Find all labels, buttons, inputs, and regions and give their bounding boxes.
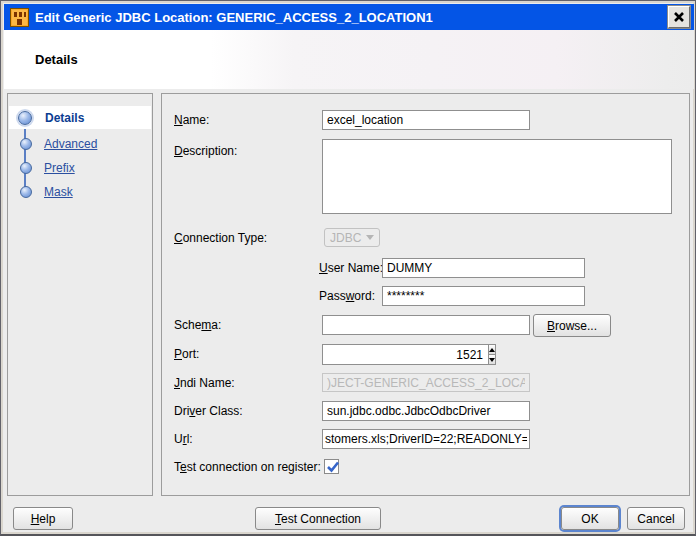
name-input[interactable] <box>322 110 530 130</box>
sidebar-nav: Details Advanced Prefix Mask <box>7 93 153 496</box>
sidebar-item-prefix[interactable]: Prefix <box>9 156 151 179</box>
user-name-input[interactable] <box>382 258 585 278</box>
sidebar-item-label: Details <box>45 111 84 125</box>
close-button[interactable] <box>668 6 690 28</box>
port-spinner <box>322 344 433 365</box>
cancel-button[interactable]: Cancel <box>627 507 685 530</box>
arrow-down-icon <box>489 358 495 362</box>
test-connection-button[interactable]: Test Connection <box>255 507 381 530</box>
sidebar-item-label: Advanced <box>44 137 97 151</box>
driver-class-input[interactable] <box>322 401 530 421</box>
nav-bullet-icon <box>18 111 32 125</box>
spinner-up-button[interactable] <box>488 344 496 354</box>
port-label: Port: <box>174 346 199 362</box>
browse-button[interactable]: Browse... <box>533 314 611 337</box>
nav-bullet-icon <box>20 162 32 174</box>
port-input[interactable] <box>322 344 488 365</box>
url-input[interactable] <box>322 429 530 449</box>
description-textarea[interactable] <box>322 139 672 214</box>
connection-type-label: Connection Type: <box>174 230 267 246</box>
jndi-name-input <box>322 373 530 392</box>
url-label: Url: <box>174 431 193 447</box>
test-on-register-label: Test connection on register: <box>174 459 321 475</box>
sidebar-item-label: Mask <box>44 185 73 199</box>
sidebar-item-mask[interactable]: Mask <box>9 180 151 203</box>
chevron-down-icon <box>366 235 374 240</box>
user-name-label: User Name: <box>319 260 383 276</box>
ok-button[interactable]: OK <box>561 507 619 530</box>
connection-type-value: JDBC <box>330 231 361 245</box>
sidebar-item-advanced[interactable]: Advanced <box>9 132 151 155</box>
help-button[interactable]: Help <box>13 507 73 530</box>
app-icon <box>10 8 29 27</box>
sidebar-item-details[interactable]: Details <box>9 106 151 129</box>
schema-input[interactable] <box>322 315 530 335</box>
password-label: Password: <box>319 288 375 304</box>
driver-class-label: Driver Class: <box>174 403 243 419</box>
titlebar[interactable]: Edit Generic JDBC Location: GENERIC_ACCE… <box>4 4 694 30</box>
window-title: Edit Generic JDBC Location: GENERIC_ACCE… <box>35 10 664 25</box>
sidebar-item-label: Prefix <box>44 161 75 175</box>
nav-bullet-icon <box>20 186 32 198</box>
name-label: Name: <box>174 112 209 128</box>
nav-bullet-icon <box>20 138 32 150</box>
details-form-panel: Name: Description: Connection Type: JDBC… <box>161 93 690 496</box>
test-on-register-checkbox[interactable] <box>324 459 339 474</box>
password-input[interactable] <box>382 286 585 306</box>
connection-type-dropdown[interactable]: JDBC <box>324 228 380 247</box>
arrow-up-icon <box>489 348 495 352</box>
close-icon <box>673 11 685 23</box>
schema-label: Schema: <box>174 317 221 333</box>
jndi-name-label: Jndi Name: <box>174 375 235 391</box>
page-title: Details <box>35 52 78 67</box>
header-banner: Details <box>4 30 694 89</box>
edit-jdbc-location-dialog: Edit Generic JDBC Location: GENERIC_ACCE… <box>0 0 696 536</box>
checkmark-icon <box>325 459 341 475</box>
spinner-down-button[interactable] <box>488 354 496 365</box>
description-label: Description: <box>174 143 237 159</box>
